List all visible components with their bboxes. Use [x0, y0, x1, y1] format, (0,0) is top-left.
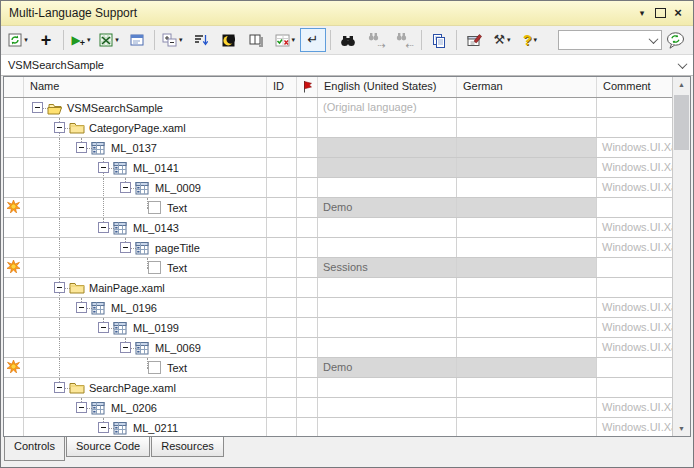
cell-comment[interactable]: Windows.UI.Xa [597, 298, 672, 317]
collapse-toggle[interactable] [76, 302, 87, 313]
scroll-up-button[interactable]: ▲ [673, 77, 690, 92]
titlebar[interactable]: Multi-Language Support ▾ × [1, 1, 693, 26]
cell-german[interactable] [457, 298, 597, 317]
fit-columns-button[interactable] [244, 28, 270, 52]
cell-comment[interactable]: Windows.UI.Xa [597, 178, 672, 197]
cell-comment[interactable] [597, 118, 672, 137]
tab-source-code[interactable]: Source Code [66, 437, 150, 457]
translate-checkbox[interactable] [148, 261, 161, 274]
cell-german[interactable] [457, 278, 597, 297]
cell-comment[interactable]: Windows.UI.Xa [597, 338, 672, 357]
collapse-toggle[interactable] [54, 382, 65, 393]
cell-english[interactable] [318, 418, 457, 436]
tab-controls[interactable]: Controls [4, 437, 65, 461]
node-label[interactable]: ML_0196 [111, 302, 157, 314]
translate-checkbox[interactable] [148, 201, 161, 214]
scroll-down-button[interactable]: ▼ [673, 421, 690, 436]
cell-english[interactable]: Demo [318, 358, 457, 377]
find-button[interactable] [335, 28, 361, 52]
word-wrap-button[interactable]: ↵ [300, 28, 326, 52]
cell-german[interactable] [457, 258, 597, 277]
edit-properties-button[interactable] [461, 28, 487, 52]
cell-english[interactable] [318, 338, 457, 357]
cell-english[interactable] [318, 118, 457, 137]
node-label[interactable]: ML_0141 [133, 162, 179, 174]
cell-english[interactable] [318, 138, 457, 157]
cell-comment[interactable] [597, 378, 672, 397]
collapse-toggle[interactable] [54, 122, 65, 133]
node-label[interactable]: Text [167, 362, 187, 374]
scrollbar-track[interactable] [673, 92, 690, 421]
node-label[interactable]: Text [167, 262, 187, 274]
properties-window-button[interactable] [124, 28, 150, 52]
cell-comment[interactable]: Windows.UI.Xa [597, 138, 672, 157]
project-selector-combobox[interactable]: VSMSearchSample [1, 55, 693, 76]
cell-german[interactable] [457, 198, 597, 217]
node-label[interactable]: ML_0199 [133, 322, 179, 334]
cell-german[interactable] [457, 398, 597, 417]
feedback-button[interactable] [662, 28, 688, 52]
collapse-toggle[interactable] [98, 222, 109, 233]
collapse-toggle[interactable] [76, 142, 87, 153]
cell-english[interactable] [318, 218, 457, 237]
export-excel-button[interactable]: ▾ [96, 28, 122, 52]
cell-german[interactable] [457, 138, 597, 157]
cell-german[interactable] [457, 98, 597, 117]
node-label[interactable]: ML_0137 [111, 142, 157, 154]
header-name[interactable]: Name [24, 77, 267, 97]
help-button[interactable]: ?▾ [517, 28, 543, 52]
header-flag[interactable] [297, 77, 318, 97]
collapse-toggle[interactable] [76, 402, 87, 413]
cell-english[interactable] [318, 158, 457, 177]
node-label[interactable]: ML_0009 [155, 182, 201, 194]
collapse-toggle[interactable] [32, 102, 43, 113]
cell-german[interactable] [457, 318, 597, 337]
refresh-translations-button[interactable]: ▾ [5, 28, 31, 52]
node-label[interactable]: SearchPage.xaml [89, 382, 176, 394]
node-label[interactable]: ML_0069 [155, 342, 201, 354]
cell-comment[interactable] [597, 358, 672, 377]
vertical-scrollbar[interactable]: ▲ ▼ [672, 77, 690, 436]
cell-german[interactable] [457, 238, 597, 257]
cell-english[interactable]: (Original language) [318, 98, 457, 117]
add-language-button[interactable]: + [33, 28, 59, 52]
tab-resources[interactable]: Resources [151, 437, 224, 457]
sort-rows-button[interactable] [188, 28, 214, 52]
cell-german[interactable] [457, 418, 597, 436]
collapse-toggle[interactable] [98, 162, 109, 173]
cell-english[interactable] [318, 278, 457, 297]
collapse-toggle[interactable] [98, 422, 109, 433]
node-label[interactable]: Text [167, 202, 187, 214]
cell-german[interactable] [457, 218, 597, 237]
collapse-toggle[interactable] [98, 322, 109, 333]
collapse-toggle[interactable] [120, 342, 131, 353]
cell-comment[interactable]: Windows.UI.Xa [597, 218, 672, 237]
header-english[interactable]: English (United States) [318, 77, 457, 97]
scrollbar-thumb[interactable] [674, 95, 689, 150]
cell-german[interactable] [457, 118, 597, 137]
cell-comment[interactable] [597, 198, 672, 217]
cell-english[interactable] [318, 238, 457, 257]
collapse-toggle[interactable] [120, 182, 131, 193]
header-german[interactable]: German [457, 77, 597, 97]
collapse-toggle[interactable] [54, 282, 65, 293]
collapse-toggle[interactable] [120, 242, 131, 253]
node-label[interactable]: MainPage.xaml [89, 282, 165, 294]
cell-comment[interactable]: Windows.UI.Xa [597, 318, 672, 337]
cell-german[interactable] [457, 338, 597, 357]
cell-comment[interactable] [597, 98, 672, 117]
header-id[interactable]: ID [267, 77, 297, 97]
node-label[interactable]: VSMSearchSample [67, 102, 163, 114]
header-comment[interactable]: Comment [597, 77, 672, 97]
cell-german[interactable] [457, 358, 597, 377]
cell-english[interactable] [318, 318, 457, 337]
cell-english[interactable]: Sessions [318, 258, 457, 277]
node-label[interactable]: pageTitle [155, 242, 200, 254]
copy-button[interactable] [426, 28, 452, 52]
cell-english[interactable] [318, 298, 457, 317]
cell-german[interactable] [457, 158, 597, 177]
node-label[interactable]: ML_0206 [111, 402, 157, 414]
cell-english[interactable] [318, 398, 457, 417]
tools-button[interactable]: ⚒▾ [489, 28, 515, 52]
cell-german[interactable] [457, 378, 597, 397]
